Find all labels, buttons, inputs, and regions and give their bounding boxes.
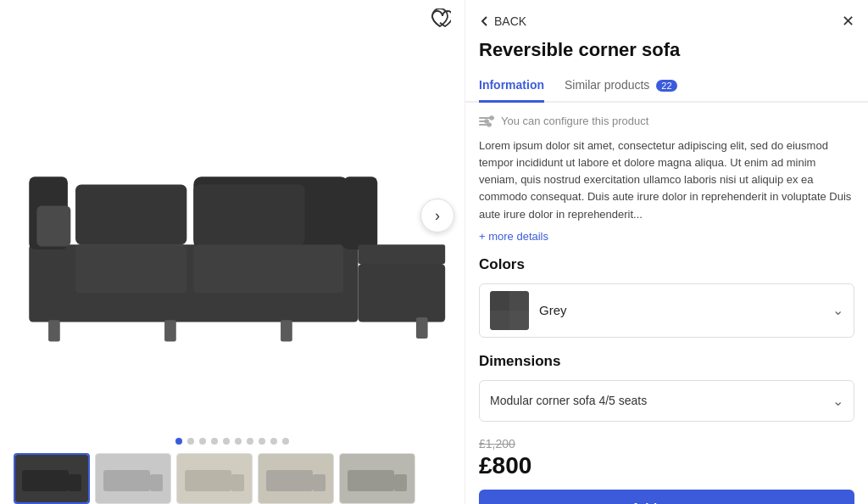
thumbnail-1[interactable] <box>14 453 90 504</box>
left-panel: › <box>0 0 465 504</box>
svg-rect-27 <box>479 124 492 126</box>
back-arrow-icon <box>479 15 491 27</box>
main-image-area: › <box>0 0 465 431</box>
svg-rect-22 <box>313 474 326 491</box>
svg-rect-7 <box>75 244 186 293</box>
product-title: Reversible corner sofa <box>465 39 868 71</box>
similar-products-badge: 22 <box>656 80 676 92</box>
thumbnails-row <box>0 453 465 504</box>
dimension-selector[interactable]: Modular corner sofa 4/5 seats ⌄ <box>479 380 854 422</box>
dot-7[interactable] <box>247 438 253 445</box>
svg-rect-24 <box>394 474 407 491</box>
dot-9[interactable] <box>270 438 277 445</box>
sofa-image <box>0 17 465 414</box>
color-selector[interactable]: Grey ⌄ <box>479 283 854 338</box>
dimensions-title: Dimensions <box>479 353 854 370</box>
color-label: Grey <box>539 303 832 317</box>
wishlist-button[interactable] <box>429 8 451 31</box>
svg-rect-21 <box>266 470 313 491</box>
more-details-link[interactable]: + more details <box>479 230 548 243</box>
svg-rect-5 <box>75 184 186 244</box>
back-button[interactable]: BACK <box>479 14 526 28</box>
right-panel: BACK ✕ Reversible corner sofa Informatio… <box>465 0 868 504</box>
tab-information[interactable]: Information <box>479 71 544 103</box>
dot-8[interactable] <box>259 438 265 445</box>
svg-rect-8 <box>193 244 343 293</box>
config-notice-text: You can configure this product <box>501 115 648 127</box>
svg-rect-10 <box>48 320 60 341</box>
svg-rect-6 <box>193 184 304 244</box>
svg-rect-12 <box>281 320 292 341</box>
svg-rect-13 <box>416 317 428 339</box>
svg-rect-1 <box>358 264 445 322</box>
color-swatch <box>490 291 529 330</box>
svg-rect-14 <box>358 244 445 264</box>
config-notice: You can configure this product <box>479 115 854 127</box>
tab-information-label: Information <box>479 78 544 92</box>
chevron-right-icon: › <box>435 207 440 225</box>
dimension-chevron-icon: ⌄ <box>832 393 843 409</box>
close-button[interactable]: ✕ <box>842 12 854 31</box>
dot-5[interactable] <box>223 438 230 445</box>
panel-content: You can configure this product Lorem ips… <box>465 103 868 504</box>
svg-rect-4 <box>343 176 377 249</box>
dot-10[interactable] <box>282 438 289 445</box>
svg-rect-32 <box>490 291 509 311</box>
thumbnail-5[interactable] <box>339 453 415 504</box>
price-current: £800 <box>479 452 854 479</box>
svg-rect-20 <box>231 474 244 491</box>
svg-rect-19 <box>185 470 231 491</box>
thumbnail-3[interactable] <box>176 453 253 504</box>
svg-rect-23 <box>348 470 394 491</box>
svg-rect-15 <box>22 470 69 491</box>
svg-rect-18 <box>150 474 163 491</box>
svg-rect-9 <box>36 206 70 247</box>
config-icon <box>479 115 494 127</box>
next-image-button[interactable]: › <box>420 199 454 232</box>
back-label: BACK <box>494 14 526 28</box>
add-to-cart-button[interactable]: Add to cart <box>479 490 854 504</box>
dot-4[interactable] <box>211 438 218 445</box>
product-description: Lorem ipsum dolor sit amet, consectetur … <box>479 137 854 223</box>
price-section: £1,200 £800 <box>479 437 854 479</box>
svg-rect-25 <box>479 117 494 119</box>
dot-6[interactable] <box>235 438 242 445</box>
dimension-label: Modular corner sofa 4/5 seats <box>490 394 832 407</box>
close-icon: ✕ <box>842 13 854 30</box>
svg-rect-17 <box>103 470 150 491</box>
colors-title: Colors <box>479 256 854 273</box>
tab-similar-products-label: Similar products <box>565 78 649 92</box>
svg-rect-11 <box>164 320 176 341</box>
thumbnail-4[interactable] <box>258 453 334 504</box>
tabs-row: Information Similar products 22 <box>465 71 868 103</box>
price-original: £1,200 <box>479 437 854 451</box>
tab-similar-products[interactable]: Similar products 22 <box>565 71 677 103</box>
color-chevron-icon: ⌄ <box>832 302 843 318</box>
svg-rect-16 <box>69 474 81 491</box>
image-dots <box>0 431 465 453</box>
dot-3[interactable] <box>199 438 206 445</box>
svg-rect-33 <box>509 311 529 330</box>
panel-header: BACK ✕ <box>465 0 868 39</box>
dot-2[interactable] <box>187 438 194 445</box>
thumbnail-2[interactable] <box>95 453 171 504</box>
dot-1[interactable] <box>175 438 182 445</box>
